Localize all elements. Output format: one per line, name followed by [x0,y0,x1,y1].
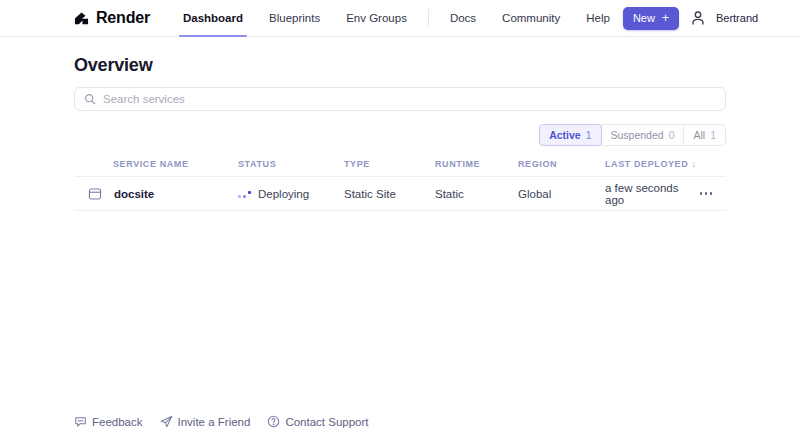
status-filter-group: Active 1 Suspended 0 All 1 [539,124,726,146]
render-logo-icon [74,11,89,26]
brand-name: Render [96,9,150,27]
nav-blueprints[interactable]: Blueprints [256,0,333,36]
filter-all[interactable]: All 1 [683,124,726,146]
contact-support-label: Contact Support [285,416,368,428]
region-cell: Global [518,188,605,200]
service-name: docsite [114,188,154,200]
nav-docs[interactable]: Docs [437,0,489,36]
nav-divider [428,9,429,27]
contact-support-link[interactable]: Contact Support [267,415,368,428]
col-region[interactable]: REGION [518,159,605,169]
static-site-icon [88,187,102,201]
filter-row: Active 1 Suspended 0 All 1 [74,124,726,146]
search-input[interactable] [103,93,716,105]
user-menu[interactable]: Bertrand [689,9,800,27]
feedback-icon [74,415,87,428]
footer: Feedback Invite a Friend Contact Support [74,415,369,428]
table-row[interactable]: docsite Deploying Static Site Static Glo… [74,177,726,211]
nav-dashboard[interactable]: Dashboard [170,0,256,36]
main-content: Overview Active 1 Suspended 0 All 1 [0,55,800,211]
feedback-label: Feedback [92,416,143,428]
filter-all-label: All [693,129,705,141]
table-header-row: SERVICE NAME STATUS TYPE RUNTIME REGION … [74,159,726,177]
deploying-spinner-icon [238,190,251,198]
col-last-deployed-label: LAST DEPLOYED [605,159,688,169]
service-name-cell[interactable]: docsite [74,187,238,201]
runtime-cell: Static [435,188,518,200]
col-actions [697,159,737,169]
filter-active[interactable]: Active 1 [539,124,601,146]
col-runtime[interactable]: RUNTIME [435,159,518,169]
status-cell: Deploying [238,188,344,200]
col-last-deployed[interactable]: LAST DEPLOYED ↓ [605,159,697,169]
filter-active-count: 1 [586,129,592,141]
services-table: SERVICE NAME STATUS TYPE RUNTIME REGION … [74,159,726,211]
last-deployed-cell: a few seconds ago [605,182,686,206]
filter-suspended-label: Suspended [611,129,664,141]
primary-nav: Dashboard Blueprints Env Groups Docs Com… [170,0,623,36]
col-type[interactable]: TYPE [344,159,435,169]
col-status[interactable]: STATUS [238,159,344,169]
paper-plane-icon [160,415,173,428]
feedback-link[interactable]: Feedback [74,415,143,428]
navbar-right: New + Bertrand [623,0,800,36]
new-button-label: New [633,12,655,24]
user-avatar-icon [689,9,707,27]
nav-community[interactable]: Community [489,0,573,36]
type-cell: Static Site [344,188,435,200]
col-service-name[interactable]: SERVICE NAME [74,159,238,169]
search-box[interactable] [74,87,726,111]
filter-active-label: Active [549,129,581,141]
new-button[interactable]: New + [623,7,679,30]
filter-all-count: 1 [710,129,716,141]
status-text: Deploying [258,188,309,200]
filter-suspended-count: 0 [669,129,675,141]
invite-friend-link[interactable]: Invite a Friend [160,415,251,428]
invite-friend-label: Invite a Friend [178,416,251,428]
nav-env-groups[interactable]: Env Groups [333,0,420,36]
help-circle-icon [267,415,280,428]
nav-help[interactable]: Help [573,0,623,36]
render-logo[interactable]: Render [74,0,150,36]
page-title: Overview [74,55,726,76]
plus-icon: + [662,11,669,25]
row-actions-menu[interactable] [686,186,726,201]
user-name: Bertrand [716,12,758,24]
filter-suspended[interactable]: Suspended 0 [601,124,685,146]
top-navbar: Render Dashboard Blueprints Env Groups D… [0,0,800,37]
search-icon [84,93,96,105]
